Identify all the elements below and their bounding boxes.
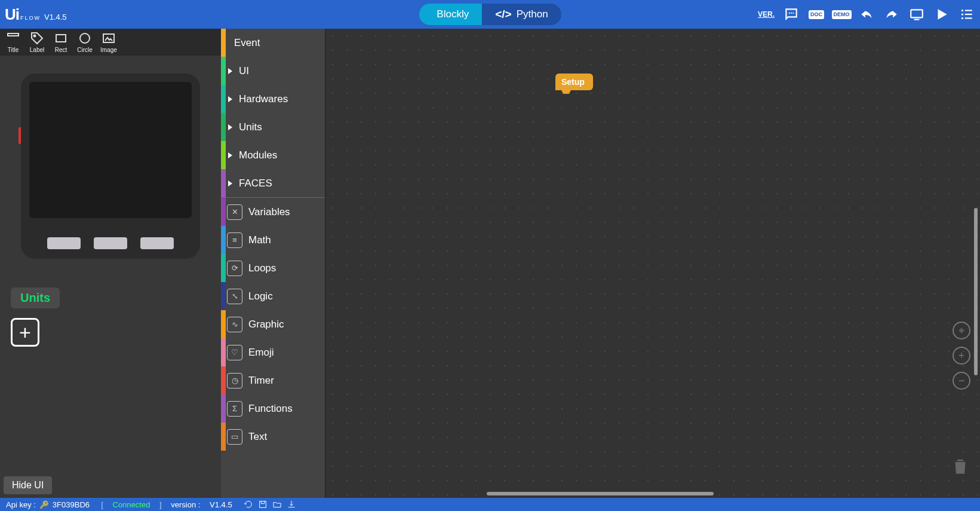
logo-text: Ui xyxy=(5,5,19,24)
key-icon: 🔑 xyxy=(39,500,49,509)
top-bar: Ui FLOW V1.4.5 Blockly </> Python VER. D… xyxy=(0,0,980,29)
download-icon[interactable] xyxy=(287,499,297,510)
stripe-icon xyxy=(221,169,226,197)
toolbox-label: Event xyxy=(234,37,260,49)
api-key-label: Api key : xyxy=(6,500,36,509)
stripe-icon xyxy=(221,394,226,423)
arrow-right-icon xyxy=(228,124,232,130)
stripe-icon xyxy=(221,282,226,310)
svg-point-12 xyxy=(34,35,36,37)
stripe-icon xyxy=(221,226,226,254)
code-icon: </> xyxy=(495,8,511,21)
setup-block[interactable]: Setup xyxy=(555,74,593,90)
toolbox-label: Emoji xyxy=(248,347,274,359)
graphic-icon: ∿ xyxy=(227,317,242,332)
svg-rect-11 xyxy=(8,33,19,36)
stripe-icon xyxy=(221,310,226,338)
toolbox-ui[interactable]: UI xyxy=(221,57,325,85)
add-unit-button[interactable]: + xyxy=(11,318,39,347)
doc-button[interactable]: DOC xyxy=(808,6,825,23)
arrow-right-icon xyxy=(228,152,232,158)
toolbox-label: Variables xyxy=(248,206,290,218)
version-button[interactable]: VER. xyxy=(758,6,775,23)
save-icon[interactable] xyxy=(258,499,269,510)
tool-rect[interactable]: Rect xyxy=(50,31,72,53)
open-icon[interactable] xyxy=(272,499,283,510)
toolbox-math[interactable]: ≡Math xyxy=(221,226,325,254)
toolbox-label: Functions xyxy=(248,403,293,415)
api-key-value[interactable]: 3F039BD6 xyxy=(53,500,90,509)
arrow-right-icon xyxy=(228,180,232,186)
loops-icon: ⟳ xyxy=(227,261,242,276)
toolbox-text[interactable]: ▭Text xyxy=(221,423,325,451)
toolbox-label: Text xyxy=(248,431,267,443)
logic-icon: ⤡ xyxy=(227,289,242,304)
app-logo: Ui FLOW V1.4.5 xyxy=(5,5,67,24)
toolbox-label: Modules xyxy=(239,149,277,161)
toolbox-variables[interactable]: ✕Variables xyxy=(221,198,325,226)
svg-rect-4 xyxy=(914,19,920,20)
toolbox-event[interactable]: Event xyxy=(221,29,325,57)
version-label: version : xyxy=(171,500,200,509)
device-screen[interactable] xyxy=(29,82,192,218)
device-button-a[interactable] xyxy=(47,237,81,249)
toolbox-faces[interactable]: FACES xyxy=(221,169,325,197)
device-button-b[interactable] xyxy=(94,237,127,249)
device-buttons xyxy=(21,237,200,249)
tab-blockly[interactable]: Blockly xyxy=(419,4,482,25)
blockly-workspace[interactable]: Setup ⌖ + − xyxy=(325,29,980,498)
logo-subtext: FLOW xyxy=(20,15,41,21)
tool-label[interactable]: Label xyxy=(26,31,48,53)
workspace-scroll-v[interactable] xyxy=(974,208,978,375)
menu-icon[interactable] xyxy=(959,6,975,23)
stripe-icon xyxy=(221,113,226,141)
redo-icon[interactable] xyxy=(883,6,900,23)
arrow-right-icon xyxy=(228,96,232,102)
demo-button[interactable]: DEMO xyxy=(833,6,850,23)
zoom-out-icon[interactable]: − xyxy=(953,372,970,390)
toolbox-loops[interactable]: ⟳Loops xyxy=(221,254,325,282)
connection-status: Connected xyxy=(113,500,150,509)
tool-title[interactable]: Title xyxy=(2,31,24,53)
toolbox-units[interactable]: Units xyxy=(221,113,325,141)
toolbox-modules[interactable]: Modules xyxy=(221,141,325,169)
top-icon-bar: VER. DOC DEMO xyxy=(758,6,975,23)
toolbox-label: Timer xyxy=(248,375,274,387)
svg-point-7 xyxy=(961,13,963,15)
comment-icon[interactable] xyxy=(783,6,800,23)
math-icon: ≡ xyxy=(227,232,242,248)
toolbox-graphic[interactable]: ∿Graphic xyxy=(221,310,325,338)
toolbox-functions[interactable]: ΣFunctions xyxy=(221,394,325,423)
stripe-icon xyxy=(221,423,226,451)
center-icon[interactable]: ⌖ xyxy=(953,322,970,339)
stripe-icon xyxy=(221,198,226,226)
svg-point-2 xyxy=(792,13,794,14)
hide-ui-button[interactable]: Hide UI xyxy=(4,476,52,494)
workspace-scroll-h[interactable] xyxy=(487,492,714,495)
toolbox-label: Graphic xyxy=(248,319,284,331)
blockly-toolbox: EventUIHardwaresUnitsModulesFACES ✕Varia… xyxy=(221,29,325,498)
toolbox-label: FACES xyxy=(239,178,272,189)
units-label: Units xyxy=(11,287,60,308)
undo-icon[interactable] xyxy=(858,6,875,23)
toolbox-hardwares[interactable]: Hardwares xyxy=(221,85,325,113)
variables-icon: ✕ xyxy=(227,204,242,220)
refresh-icon[interactable] xyxy=(244,499,254,510)
run-icon[interactable] xyxy=(933,6,950,23)
tool-circle[interactable]: Circle xyxy=(74,31,96,53)
toolbox-label: Units xyxy=(239,121,262,133)
toolbox-emoji[interactable]: ♡Emoji xyxy=(221,338,325,366)
device-button-c[interactable] xyxy=(140,237,174,249)
stripe-icon xyxy=(221,366,226,394)
stripe-icon xyxy=(221,338,226,366)
tool-image[interactable]: Image xyxy=(98,31,119,53)
toolbox-label: Math xyxy=(248,234,271,246)
trash-icon[interactable] xyxy=(950,456,970,480)
zoom-in-icon[interactable]: + xyxy=(953,347,970,365)
toolbox-timer[interactable]: ◷Timer xyxy=(221,366,325,394)
toolbox-label: Hardwares xyxy=(239,93,288,105)
toolbox-logic[interactable]: ⤡Logic xyxy=(221,282,325,310)
device-icon[interactable] xyxy=(908,6,925,23)
tab-python[interactable]: </> Python xyxy=(482,4,561,25)
svg-point-0 xyxy=(789,13,790,14)
